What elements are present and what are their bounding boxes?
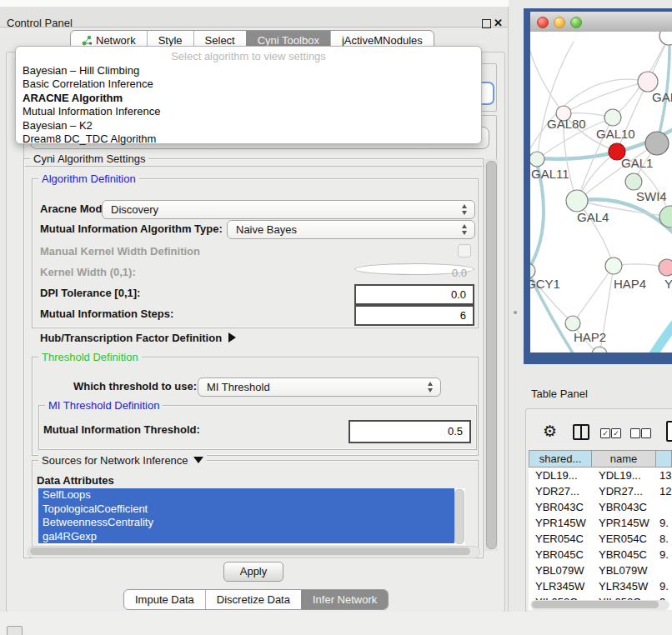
close-traffic-light-icon[interactable] — [537, 17, 549, 28]
table-cell: YDR27... — [529, 483, 592, 499]
network-node[interactable] — [592, 347, 607, 352]
table-cell: 9. — [656, 515, 672, 531]
table-cell: 13 — [656, 468, 672, 483]
stepper-icon — [428, 382, 434, 392]
kernel-width-field[interactable]: 0.0 — [354, 263, 474, 275]
table-row[interactable]: YPR145WYPR145W9. — [529, 515, 672, 531]
columns-icon[interactable] — [573, 424, 589, 440]
sources-title-toggle[interactable]: Sources for Network Inference — [38, 454, 207, 467]
data-attributes-label: Data Attributes — [37, 474, 114, 487]
network-edge[interactable] — [649, 315, 672, 352]
table-row[interactable]: YBL079WYBL079W — [529, 562, 672, 578]
mi-threshold-label: Mutual Information Threshold: — [43, 423, 200, 436]
zoom-traffic-light-icon[interactable] — [570, 17, 582, 28]
mi-steps-field[interactable]: 6 — [354, 305, 474, 326]
which-threshold-combobox[interactable]: MI Threshold — [198, 378, 441, 397]
network-edge[interactable] — [530, 45, 564, 113]
mi-type-value: Naive Bayes — [236, 223, 297, 236]
algorithm-option[interactable]: Dream8 DC_TDC Algorithm — [16, 132, 481, 146]
data-attributes-list[interactable]: SelfLoopsTopologicalCoefficientBetweenne… — [38, 488, 465, 545]
table-cell — [656, 499, 672, 515]
tab-impute-data[interactable]: Impute Data — [124, 590, 205, 609]
algorithm-option[interactable]: ARACNE Algorithm — [16, 92, 481, 105]
table-header-row[interactable]: shared...name — [529, 450, 672, 468]
tab-label: Infer Network — [313, 593, 377, 606]
table-cell: 9. — [656, 547, 672, 562]
algorithm-option[interactable]: Bayesian – Hill Climbing — [16, 64, 481, 78]
algorithm-option[interactable]: Mutual Information Inference — [16, 105, 481, 118]
table-row[interactable]: YBR045CYBR045C9. — [529, 547, 672, 562]
float-window-icon[interactable] — [482, 19, 491, 28]
network-node[interactable] — [565, 316, 580, 331]
table-cell: YER054C — [592, 531, 656, 547]
network-edge[interactable] — [537, 42, 574, 159]
attribute-item[interactable]: gal4RGexp — [38, 530, 454, 544]
node-label: HAP4 — [614, 277, 646, 291]
table-row[interactable]: YDR27...YDR27...12 — [529, 483, 672, 499]
network-node[interactable] — [659, 259, 672, 276]
table-cell: YBL079W — [529, 562, 592, 578]
unchecked-checkbox-icon[interactable] — [630, 428, 640, 438]
settings-vertical-scrollbar[interactable] — [484, 159, 498, 551]
network-node[interactable] — [645, 132, 669, 155]
table-cell: YER054C — [529, 531, 592, 547]
network-canvas[interactable]: GALGAL80GAL10GAL1GAL11SWI4GAL4HAP4YGCY1H… — [530, 32, 672, 352]
attribute-item[interactable]: BetweennessCentrality — [38, 516, 454, 530]
document-icon[interactable] — [666, 421, 672, 442]
list-scrollbar[interactable] — [454, 489, 464, 544]
table-row[interactable]: YDL19...YDL19...13 — [529, 468, 672, 483]
checked-checkbox-icon[interactable]: ✓ — [600, 428, 610, 438]
dpi-tolerance-field[interactable]: 0.0 — [354, 284, 474, 305]
sources-title: Sources for Network Inference — [42, 454, 188, 467]
table-row[interactable]: YLR345WYLR345W9. — [529, 578, 672, 594]
column-header[interactable]: name — [592, 450, 656, 468]
manual-kernel-checkbox[interactable] — [458, 244, 471, 258]
mi-type-combobox[interactable]: Naive Bayes — [227, 220, 475, 239]
table-horizontal-scrollbar[interactable] — [530, 600, 669, 610]
close-icon[interactable]: ✕ — [494, 17, 503, 29]
column-header[interactable] — [656, 450, 672, 468]
tab-discretize-data[interactable]: Discretize Data — [205, 590, 301, 609]
table-cell: YBR045C — [529, 547, 592, 562]
attribute-item[interactable]: SelfLoops — [38, 488, 454, 502]
collapsed-arrow-icon — [228, 332, 236, 342]
network-node[interactable] — [638, 72, 658, 92]
node-label: GAL1 — [621, 156, 653, 170]
attribute-item[interactable]: TopologicalCoefficient — [38, 502, 454, 517]
unchecked-checkbox-icon[interactable] — [641, 428, 651, 438]
algorithm-option[interactable]: Basic Correlation Inference — [16, 78, 481, 91]
network-node[interactable] — [530, 152, 544, 167]
node-label: GCY1 — [530, 277, 560, 291]
checked-checkbox-icon[interactable]: ✓ — [611, 428, 621, 438]
cyni-settings-title: Cyni Algorithm Settings — [30, 152, 148, 165]
network-edge[interactable] — [573, 266, 614, 323]
table-row[interactable]: YER054CYER054C8. — [529, 531, 672, 547]
settings-horizontal-scrollbar[interactable] — [28, 546, 480, 558]
mi-threshold-field[interactable]: 0.5 — [349, 420, 471, 443]
minimized-panel-icon[interactable] — [7, 626, 23, 635]
network-node[interactable] — [604, 109, 621, 126]
column-header[interactable]: shared... — [529, 450, 592, 468]
tab-infer-network[interactable]: Infer Network — [301, 590, 388, 609]
table-row[interactable]: YBR043CYBR043C — [529, 499, 672, 515]
aracne-mode-combobox[interactable]: Discovery — [102, 200, 475, 219]
table-panel-title: Table Panel — [531, 388, 588, 400]
node-label: GAL — [652, 90, 672, 104]
tab-label: Network — [96, 34, 136, 47]
network-graph[interactable]: GALGAL80GAL10GAL1GAL11SWI4GAL4HAP4YGCY1H… — [530, 32, 672, 352]
minimize-traffic-light-icon[interactable] — [554, 17, 565, 28]
hub-definition-toggle[interactable]: Hub/Transcription Factor Definition — [40, 332, 236, 344]
algorithm-option[interactable]: Bayesian – K2 — [16, 119, 481, 132]
network-node[interactable] — [566, 190, 588, 212]
apply-button[interactable]: Apply — [223, 562, 283, 582]
split-divider-handle[interactable] — [514, 311, 517, 314]
manual-kernel-label: Manual Kernel Width Definition — [40, 245, 200, 258]
gear-icon[interactable]: ⚙ — [543, 422, 557, 441]
table-cell: YBL079W — [592, 562, 656, 578]
control-panel-titlebar: Control Panel ✕ — [0, 7, 509, 28]
network-node[interactable] — [605, 258, 622, 274]
network-node[interactable] — [659, 32, 672, 45]
network-window-titlebar[interactable] — [530, 12, 672, 32]
node-label: Y — [664, 277, 672, 291]
network-node[interactable] — [625, 173, 642, 190]
